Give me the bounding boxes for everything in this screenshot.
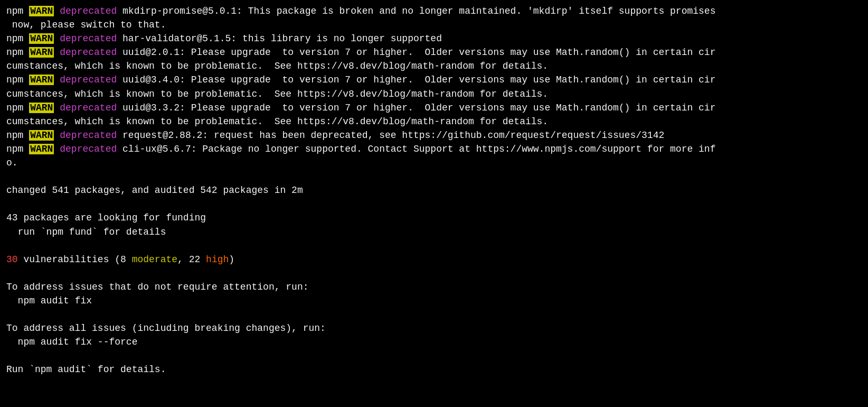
npm-warn-line: npm WARN deprecated uuid@2.0.1: Please u… bbox=[6, 45, 862, 59]
npm-warn-line: npm WARN deprecated uuid@3.3.2: Please u… bbox=[6, 101, 862, 115]
blank-line bbox=[6, 266, 862, 280]
warn-message: uuid@3.4.0: Please upgrade to version 7 … bbox=[117, 75, 715, 85]
npm-warn-line: npm WARN deprecated har-validator@5.1.5:… bbox=[6, 32, 862, 45]
vuln-count: 30 bbox=[6, 254, 18, 265]
warn-badge: WARN bbox=[29, 144, 54, 154]
vuln-post-text: ) bbox=[229, 254, 234, 265]
normal-line: To address all issues (including breakin… bbox=[6, 321, 862, 335]
normal-line: 43 packages are looking for funding bbox=[6, 211, 862, 225]
continuation-line: now, please switch to that. bbox=[6, 18, 862, 32]
blank-line bbox=[6, 197, 862, 211]
deprecated-label: deprecated bbox=[54, 6, 117, 16]
warn-message: har-validator@5.1.5: this library is no … bbox=[117, 33, 442, 44]
deprecated-label: deprecated bbox=[54, 144, 117, 154]
warn-badge: WARN bbox=[29, 103, 54, 113]
npm-prefix: npm bbox=[6, 33, 29, 44]
warn-badge: WARN bbox=[29, 75, 54, 85]
vuln-moderate: moderate bbox=[132, 254, 177, 265]
normal-line: To address issues that do not require at… bbox=[6, 280, 862, 294]
continuation-line: cumstances, which is known to be problem… bbox=[6, 115, 862, 128]
warn-message: uuid@2.0.1: Please upgrade to version 7 … bbox=[117, 47, 715, 58]
normal-line: npm audit fix bbox=[6, 294, 862, 308]
npm-warn-line: npm WARN deprecated cli-ux@5.6.7: Packag… bbox=[6, 142, 862, 156]
normal-line: run `npm fund` for details bbox=[6, 225, 862, 239]
blank-line bbox=[6, 308, 862, 321]
npm-warn-line: npm WARN deprecated mkdirp-promise@5.0.1… bbox=[6, 4, 862, 18]
vuln-high: high bbox=[206, 254, 229, 265]
warn-badge: WARN bbox=[29, 6, 54, 16]
deprecated-label: deprecated bbox=[54, 75, 117, 85]
normal-line: changed 541 packages, and audited 542 pa… bbox=[6, 183, 862, 197]
warn-message: uuid@3.3.2: Please upgrade to version 7 … bbox=[117, 103, 715, 113]
normal-line: npm audit fix --force bbox=[6, 335, 862, 349]
warn-message: cli-ux@5.6.7: Package no longer supporte… bbox=[117, 144, 715, 154]
continuation-line: cumstances, which is known to be problem… bbox=[6, 87, 862, 101]
vuln-pre-text: vulnerabilities (8 bbox=[18, 254, 132, 265]
npm-prefix: npm bbox=[6, 130, 29, 141]
npm-prefix: npm bbox=[6, 75, 29, 85]
normal-line: Run `npm audit` for details. bbox=[6, 363, 862, 376]
deprecated-label: deprecated bbox=[54, 33, 117, 44]
deprecated-label: deprecated bbox=[54, 47, 117, 58]
npm-prefix: npm bbox=[6, 103, 29, 113]
warn-badge: WARN bbox=[29, 33, 54, 44]
vuln-mid-text: , 22 bbox=[177, 254, 206, 265]
continuation-line: o. bbox=[6, 156, 862, 170]
warn-badge: WARN bbox=[29, 47, 54, 58]
blank-line bbox=[6, 170, 862, 183]
continuation-line: cumstances, which is known to be problem… bbox=[6, 59, 862, 73]
npm-prefix: npm bbox=[6, 6, 29, 16]
warn-badge: WARN bbox=[29, 130, 54, 141]
npm-prefix: npm bbox=[6, 144, 29, 154]
deprecated-label: deprecated bbox=[54, 103, 117, 113]
npm-warn-line: npm WARN deprecated uuid@3.4.0: Please u… bbox=[6, 73, 862, 87]
vulnerabilities-line: 30 vulnerabilities (8 moderate, 22 high) bbox=[6, 253, 862, 266]
warn-message: mkdirp-promise@5.0.1: This package is br… bbox=[117, 6, 715, 16]
warn-message: request@2.88.2: request has been depreca… bbox=[117, 130, 664, 141]
deprecated-label: deprecated bbox=[54, 130, 117, 141]
terminal-output: npm WARN deprecated mkdirp-promise@5.0.1… bbox=[6, 4, 862, 377]
npm-warn-line: npm WARN deprecated request@2.88.2: requ… bbox=[6, 128, 862, 142]
blank-line bbox=[6, 239, 862, 253]
npm-prefix: npm bbox=[6, 47, 29, 58]
blank-line bbox=[6, 349, 862, 363]
